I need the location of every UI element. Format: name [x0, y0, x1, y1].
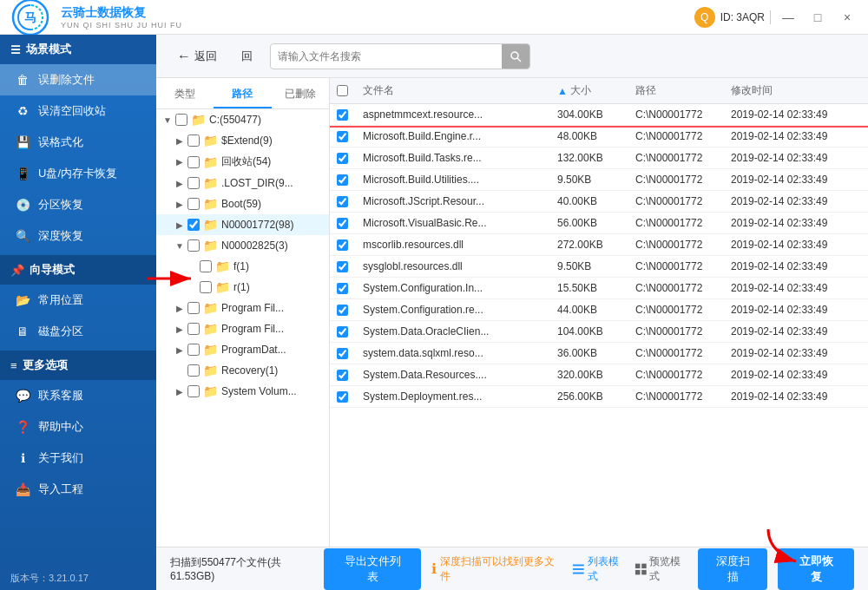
sidebar-item-usb[interactable]: 📱 U盘/内存卡恢复	[0, 158, 156, 189]
tree-node[interactable]: 📁Recovery(1)	[156, 360, 329, 381]
tab-deleted[interactable]: 已删除	[272, 82, 329, 108]
file-row-checkbox[interactable]	[337, 261, 348, 272]
sidebar-item-contact[interactable]: 💬 联系客服	[0, 380, 156, 411]
tree-node-checkbox[interactable]	[187, 134, 200, 147]
header-date[interactable]: 修改时间	[731, 83, 861, 98]
tree-node-checkbox[interactable]	[187, 344, 200, 356]
table-row[interactable]: sysglobl.resources.dll9.50KBC:\N00001772…	[330, 256, 868, 278]
table-row[interactable]: System.Configuration.re...44.00KBC:\N000…	[330, 299, 868, 321]
file-row-checkbox[interactable]	[337, 131, 348, 142]
tree-node-checkbox[interactable]	[187, 323, 200, 335]
table-row[interactable]: Microsoft.JScript.Resour...40.00KBC:\N00…	[330, 191, 868, 213]
select-all-checkbox[interactable]	[337, 85, 348, 96]
file-row-checkbox[interactable]	[337, 370, 348, 381]
sidebar-item-partition[interactable]: 💿 分区恢复	[0, 189, 156, 220]
tree-toggle[interactable]: ▶	[174, 323, 186, 335]
tree-node[interactable]: ▶📁Program Fil...	[156, 318, 329, 339]
table-row[interactable]: mscorlib.resources.dll272.00KBC:\N000017…	[330, 234, 868, 256]
deep-scan-button[interactable]: 深度扫描	[698, 548, 767, 590]
sidebar-item-common-location[interactable]: 📂 常用位置	[0, 285, 156, 316]
tree-toggle[interactable]: ▶	[174, 198, 186, 210]
tree-toggle[interactable]: ▶	[174, 344, 186, 356]
tree-node[interactable]: ▶📁Boot(59)	[156, 193, 329, 214]
table-row[interactable]: System.Data.Resources....320.00KBC:\N000…	[330, 364, 868, 386]
tree-node-checkbox[interactable]	[187, 219, 200, 231]
tree-node[interactable]: ▼📁N00002825(3)	[156, 235, 329, 256]
tree-node[interactable]: 📁r(1)	[156, 277, 329, 298]
table-row[interactable]: Microsoft.VisualBasic.Re...56.00KBC:\N00…	[330, 213, 868, 234]
tree-node-checkbox[interactable]	[200, 260, 212, 272]
tree-node-checkbox[interactable]	[187, 177, 200, 189]
header-check[interactable]	[337, 85, 363, 96]
header-name[interactable]: 文件名	[363, 83, 557, 98]
sidebar-item-deleted-file[interactable]: 🗑 误删除文件	[0, 64, 156, 95]
tab-path[interactable]: 路径	[214, 82, 271, 108]
table-row[interactable]: system.data.sqlxml.reso...36.00KBC:\N000…	[330, 343, 868, 364]
table-row[interactable]: aspnetmmcext.resource...304.00KBC:\N0000…	[330, 104, 868, 126]
sidebar-item-format[interactable]: 💾 误格式化	[0, 127, 156, 158]
refresh-button[interactable]: 回	[234, 45, 260, 68]
tree-node[interactable]: ▶📁System Volum...	[156, 381, 329, 402]
tree-toggle[interactable]: ▼	[174, 239, 186, 252]
recover-button[interactable]: 立即恢复	[778, 548, 854, 590]
back-button[interactable]: ← 返回	[170, 45, 224, 68]
tree-toggle[interactable]	[186, 260, 198, 272]
table-row[interactable]: Microsoft.Build.Utilities....9.50KBC:\N0…	[330, 169, 868, 191]
sidebar-item-about[interactable]: ℹ 关于我们	[0, 442, 156, 474]
tree-node-checkbox[interactable]	[175, 114, 187, 126]
tree-toggle[interactable]: ▶	[174, 219, 186, 231]
header-path[interactable]: 路径	[635, 83, 731, 98]
tree-node-checkbox[interactable]	[187, 239, 200, 252]
file-row-checkbox[interactable]	[337, 326, 348, 338]
file-row-checkbox[interactable]	[337, 174, 348, 186]
export-button[interactable]: 导出文件列表	[324, 548, 421, 590]
tree-node-checkbox[interactable]	[187, 302, 200, 314]
tree-toggle[interactable]: ▶	[174, 177, 186, 189]
tree-node[interactable]: ▶📁$Extend(9)	[156, 130, 329, 151]
tree-node-checkbox[interactable]	[200, 281, 212, 293]
sidebar-item-help[interactable]: ❓ 帮助中心	[0, 411, 156, 442]
file-row-checkbox[interactable]	[337, 196, 348, 207]
file-row-checkbox[interactable]	[337, 283, 348, 294]
table-row[interactable]: Microsoft.Build.Tasks.re...132.00KBC:\N0…	[330, 148, 868, 169]
sidebar-item-import[interactable]: 📥 导入工程	[0, 474, 156, 505]
tree-toggle[interactable]: ▶	[174, 134, 186, 147]
tree-node-checkbox[interactable]	[187, 385, 200, 397]
tree-node-checkbox[interactable]	[187, 156, 200, 168]
sidebar-item-disk-partition[interactable]: 🖥 磁盘分区	[0, 316, 156, 347]
tree-node[interactable]: 📁f(1)	[156, 256, 329, 277]
header-size[interactable]: ▲ 大小	[557, 83, 635, 98]
tree-toggle[interactable]	[174, 364, 186, 377]
table-row[interactable]: Microsoft.Build.Engine.r...48.00KBC:\N00…	[330, 126, 868, 148]
close-button[interactable]: ×	[835, 9, 859, 26]
file-row-checkbox[interactable]	[337, 109, 348, 121]
tree-toggle[interactable]: ▶	[174, 156, 186, 168]
list-mode-button[interactable]: 列表模式	[572, 554, 625, 584]
tree-node[interactable]: ▶📁Program Fil...	[156, 298, 329, 318]
file-row-checkbox[interactable]	[337, 348, 348, 359]
tree-toggle[interactable]: ▶	[174, 385, 186, 397]
table-row[interactable]: System.Deployment.res...256.00KBC:\N0000…	[330, 386, 868, 408]
tree-node[interactable]: ▶📁回收站(54)	[156, 151, 329, 173]
tree-node[interactable]: ▶📁N00001772(98)	[156, 214, 329, 235]
sidebar-item-recycle-bin[interactable]: ♻ 误清空回收站	[0, 95, 156, 127]
table-row[interactable]: System.Data.OracleCIien...104.00KBC:\N00…	[330, 321, 868, 343]
sidebar-item-deep-recover[interactable]: 🔍 深度恢复	[0, 220, 156, 252]
tree-node[interactable]: ▶📁ProgramDat...	[156, 339, 329, 360]
file-row-checkbox[interactable]	[337, 153, 348, 164]
file-row-checkbox[interactable]	[337, 305, 348, 316]
tree-toggle[interactable]: ▼	[161, 114, 174, 126]
tab-type[interactable]: 类型	[156, 82, 214, 108]
search-input[interactable]	[271, 46, 502, 67]
file-row-checkbox[interactable]	[337, 239, 348, 251]
file-row-checkbox[interactable]	[337, 391, 348, 403]
search-button[interactable]	[502, 44, 529, 69]
maximize-button[interactable]: □	[806, 9, 830, 26]
tree-node[interactable]: ▶📁.LOST_DIR(9...	[156, 173, 329, 193]
tree-node-checkbox[interactable]	[187, 364, 200, 377]
tree-node-checkbox[interactable]	[187, 198, 200, 210]
tree-node[interactable]: ▼📁C:(550477)	[156, 109, 329, 130]
tree-toggle[interactable]: ▶	[174, 302, 186, 314]
tree-toggle[interactable]	[186, 281, 198, 293]
table-row[interactable]: System.Configuration.In...15.50KBC:\N000…	[330, 278, 868, 299]
